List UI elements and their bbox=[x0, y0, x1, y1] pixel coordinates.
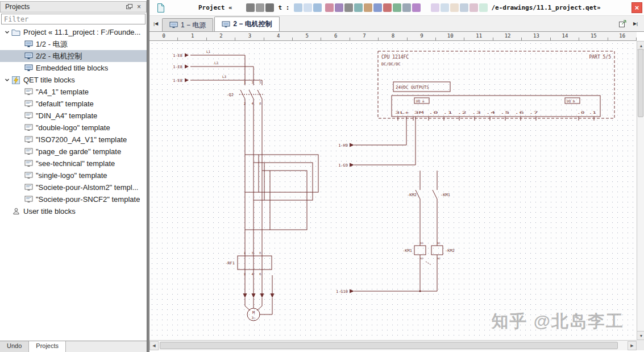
toolbar-icon[interactable] bbox=[354, 3, 363, 12]
tree-item[interactable]: "single-logo" template bbox=[0, 169, 147, 181]
contactor-loop-2 bbox=[264, 163, 313, 200]
toolbar-icon[interactable] bbox=[460, 3, 468, 12]
tree-item[interactable]: "see-technical" template bbox=[0, 158, 147, 169]
label-dq-b: DQ b bbox=[567, 99, 575, 103]
toolbar-icon[interactable] bbox=[412, 3, 421, 12]
horizontal-scroll-thumb[interactable] bbox=[160, 342, 618, 349]
ruler-number: 13 bbox=[522, 32, 550, 40]
expander-icon[interactable] bbox=[3, 76, 11, 84]
tree-item-label: 2/2 - 电机控制 bbox=[36, 51, 82, 61]
toolbar-cluster-d bbox=[431, 3, 488, 12]
detach-diagram-icon[interactable] bbox=[617, 18, 629, 30]
label-pins-a: 3L+ 3M .0 .1 .2 .3 .4 .5 .6 .7 bbox=[395, 110, 539, 114]
tab-diagram-2[interactable]: 2 − 电机控制 bbox=[214, 16, 279, 31]
tree-item[interactable]: "DIN_A4" template bbox=[0, 110, 147, 122]
ruler-number: 6 bbox=[321, 32, 350, 40]
ruler-number: 7 bbox=[350, 32, 379, 40]
toolbar-icon[interactable] bbox=[294, 3, 302, 12]
label-outputs: 24VDC OUTPUTS bbox=[396, 85, 429, 90]
expander-spacer bbox=[16, 136, 23, 143]
expander-spacer bbox=[16, 196, 23, 203]
vertical-scroll-thumb[interactable] bbox=[638, 49, 643, 117]
expander-spacer bbox=[16, 172, 23, 179]
ruler-number: 11 bbox=[464, 32, 493, 40]
tree-item[interactable]: "default" template bbox=[0, 98, 147, 110]
schematic-labels: 1-E8 1-E8 1-E8 L1 L2 L3 -Q2 1 3 5 2 4 6 … bbox=[173, 49, 611, 320]
horizontal-scrollbar[interactable]: ◀ ▶ bbox=[149, 340, 637, 350]
toolbar-icon[interactable] bbox=[325, 3, 334, 12]
tab-undo[interactable]: Undo bbox=[0, 341, 29, 352]
toolbar-icon[interactable] bbox=[313, 3, 322, 12]
toolbar-icon[interactable] bbox=[256, 3, 264, 12]
diagram-icon bbox=[23, 64, 34, 72]
toolbar-icon[interactable] bbox=[335, 3, 343, 12]
ruler-number: 5 bbox=[293, 32, 321, 40]
label-dq-a: DQ a bbox=[416, 99, 425, 103]
tree-item[interactable]: 1/2 - 电源 bbox=[0, 38, 147, 50]
sidebar-bottom-tabs: Undo Projects bbox=[0, 341, 147, 352]
toolbar-icon[interactable] bbox=[393, 3, 401, 12]
expander-spacer bbox=[16, 100, 23, 107]
last-tab-icon[interactable]: ▶| bbox=[629, 18, 642, 30]
toolbar-icon[interactable] bbox=[246, 3, 255, 12]
tree-item[interactable]: Project « 11.1_project : F:/Founde... bbox=[0, 26, 147, 38]
km1-coil bbox=[414, 246, 426, 255]
label-cpu-title: CPU 1214FC bbox=[381, 55, 409, 60]
tree-item[interactable]: 2/2 - 电机控制 bbox=[0, 50, 147, 62]
expander-spacer bbox=[3, 208, 11, 215]
close-panel-icon[interactable]: × bbox=[134, 3, 144, 11]
tree-item[interactable]: Embedded title blocks bbox=[0, 62, 147, 74]
first-tab-icon[interactable]: |◀ bbox=[149, 18, 162, 30]
close-button[interactable]: × bbox=[631, 2, 642, 13]
window-title-right: /e-drawings/11.1_project.qet» bbox=[491, 4, 600, 11]
toolbar-icon[interactable] bbox=[373, 3, 382, 12]
ruler-number: 8 bbox=[379, 32, 407, 40]
label-a1-2: A1 bbox=[437, 242, 441, 245]
toolbar-icon[interactable] bbox=[431, 3, 439, 12]
tree-item[interactable]: User title blocks bbox=[0, 205, 147, 217]
vertical-scrollbar[interactable]: ▲ ▼ bbox=[637, 41, 644, 340]
scroll-right-icon[interactable]: ▶ bbox=[628, 341, 637, 350]
toolbar-icon[interactable] bbox=[402, 3, 411, 12]
scroll-down-icon[interactable]: ▼ bbox=[637, 331, 644, 340]
watermark: 知乎 @北岛李工 bbox=[491, 310, 624, 333]
toolbar-icon[interactable] bbox=[450, 3, 459, 12]
toolbar-icon[interactable] bbox=[265, 3, 274, 12]
tree-item-label: "DIN_A4" template bbox=[36, 111, 97, 120]
label-a2-2: A2 bbox=[437, 257, 441, 260]
rf1-box bbox=[238, 256, 272, 270]
toolbar-icon[interactable] bbox=[383, 3, 392, 12]
tree-item-label: "default" template bbox=[36, 100, 94, 108]
scroll-left-icon[interactable]: ◀ bbox=[149, 341, 159, 350]
tree-item[interactable]: "page_de garde" template bbox=[0, 146, 147, 158]
template-icon bbox=[23, 172, 34, 180]
tree-item[interactable]: "double-logo" template bbox=[0, 122, 147, 134]
label-e8-2: 1-E8 bbox=[173, 65, 182, 69]
expander-icon[interactable] bbox=[3, 28, 11, 36]
toolbar-icon[interactable] bbox=[344, 3, 353, 12]
label-cpu-part: PART 5/5 bbox=[589, 55, 611, 60]
toolbar-icon[interactable] bbox=[479, 3, 488, 12]
toolbar-icon[interactable] bbox=[304, 3, 312, 12]
float-panel-icon[interactable] bbox=[124, 3, 134, 11]
tree-item[interactable]: QET title blocks bbox=[0, 74, 147, 86]
toolbar-icon[interactable] bbox=[470, 3, 478, 12]
tree-item[interactable]: "A4_1" template bbox=[0, 86, 147, 98]
tree-item[interactable]: "Societe-pour-SNCF2" template bbox=[0, 193, 147, 205]
interlock-link bbox=[426, 262, 431, 265]
expander-spacer bbox=[16, 52, 23, 60]
tree-item[interactable]: "Societe-pour-Alstom2" templ... bbox=[0, 181, 147, 193]
tab-projects[interactable]: Projects bbox=[29, 341, 66, 352]
template-icon bbox=[23, 112, 34, 120]
template-icon bbox=[23, 148, 34, 156]
tree-item[interactable]: "ISO7200_A4_V1" template bbox=[0, 134, 147, 146]
filter-input[interactable] bbox=[1, 14, 146, 24]
toolbar-icon[interactable] bbox=[441, 3, 449, 12]
tab-diagram-1[interactable]: 1 − 电源 bbox=[162, 18, 213, 31]
tree-item-label: "page_de garde" template bbox=[36, 147, 121, 156]
ruler-number: 3 bbox=[235, 32, 264, 40]
toolbar-icon[interactable] bbox=[364, 3, 372, 12]
diagram-icon bbox=[169, 22, 178, 28]
tab-label: 2 − 电机控制 bbox=[233, 19, 272, 29]
diagram-canvas[interactable]: 1-E8 1-E8 1-E8 L1 L2 L3 -Q2 1 3 5 2 4 6 … bbox=[149, 41, 637, 340]
